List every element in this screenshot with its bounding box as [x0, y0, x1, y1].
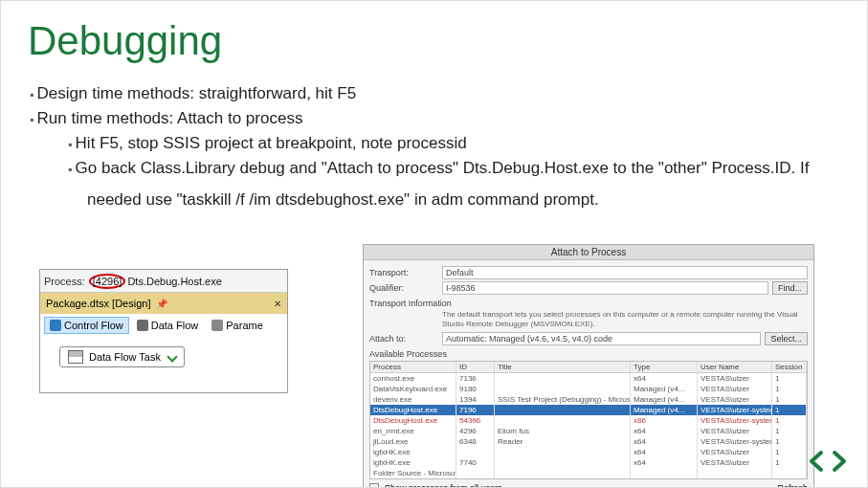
process-name: Dts.Debug.Host.exe	[127, 276, 221, 287]
parameters-tab[interactable]: Parame	[206, 317, 269, 334]
bullet-list: Design time methods: straightforward, hi…	[30, 83, 838, 211]
refresh-button[interactable]: Refresh	[777, 483, 808, 488]
table-row[interactable]: DataVisKeyboard.exe9180Managed (v4...VES…	[370, 384, 807, 394]
process-row: Process: [4296] Dts.Debug.Host.exe	[40, 270, 287, 293]
screenshot-left: Process: [4296] Dts.Debug.Host.exe Packa…	[39, 269, 288, 393]
bullet-sub-item: Hit F5, stop SSIS project at breakpoint,…	[68, 133, 838, 155]
transport-select[interactable]: Default	[442, 266, 808, 279]
available-processes-label: Available Processes	[369, 349, 808, 359]
tab-label: Package.dtsx [Design]	[46, 298, 150, 309]
transport-label: Transport:	[369, 268, 438, 277]
table-row[interactable]: Folder Source - Microsoft Visual Studio	[370, 468, 807, 478]
attach-to-value: Automatic: Managed (v4.6, v4.5, v4.0) co…	[442, 332, 761, 345]
data-flow-task[interactable]: Data Flow Task	[59, 346, 185, 367]
attach-to-label: Attach to:	[369, 334, 438, 344]
control-flow-tab[interactable]: Control Flow	[44, 317, 129, 334]
data-flow-icon	[137, 320, 148, 331]
table-header: Process ID Title Type User Name Session	[370, 362, 807, 373]
bullet-continuation: needed use "taskkill /f /im dtsdebughost…	[87, 189, 838, 211]
task-icon	[68, 350, 83, 364]
bullet-sub-item: Go back Class.Library debug and "Attach …	[68, 158, 838, 180]
attach-process-dialog: Attach to Process Transport: Default Qua…	[363, 244, 814, 488]
table-row[interactable]: DtsDebugHost.exe54396x86VESTAS\utzer-sys…	[370, 415, 807, 426]
tab-row: Package.dtsx [Design] 📌 ✕	[40, 293, 287, 314]
chevron-down-icon	[167, 351, 177, 362]
control-flow-icon	[50, 320, 61, 331]
nav-arrows-icon	[808, 447, 848, 476]
select-button[interactable]: Select...	[765, 332, 808, 345]
bullet-item: Run time methods: Attach to process	[30, 108, 838, 130]
process-table: Process ID Title Type User Name Session …	[369, 361, 808, 479]
pin-icon: 📌	[156, 299, 167, 309]
process-label: Process:	[44, 276, 85, 287]
table-row[interactable]: en_rrmt.exe4296Eliom fusx64VESTAS\utzer1	[370, 426, 807, 436]
table-row[interactable]: devenv.exe1394SSIS Test Project (Debuggi…	[370, 394, 807, 405]
pid-circle: [4296]	[89, 274, 126, 289]
table-row[interactable]: igfxHK.exe7740x64VESTAS\utzer1	[370, 457, 807, 468]
table-row[interactable]: DtsDebugHost.exe7196Managed (v4...VESTAS…	[370, 405, 807, 415]
show-all-checkbox[interactable]	[369, 483, 379, 488]
table-row[interactable]: igfxHK.exex64VESTAS\utzer1	[370, 447, 807, 457]
dialog-title: Attach to Process	[364, 245, 813, 260]
tool-row: Control Flow Data Flow Parame	[40, 314, 287, 337]
qualifier-input[interactable]: I-98536	[442, 281, 768, 295]
transport-info-text: The default transport lets you select pr…	[442, 310, 808, 328]
data-flow-tab[interactable]: Data Flow	[131, 317, 205, 334]
transport-info-label: Transport Information	[369, 299, 808, 308]
qualifier-label: Qualifier:	[369, 283, 438, 293]
find-button[interactable]: Find...	[772, 281, 808, 295]
page-title: Debugging	[28, 18, 867, 64]
table-row[interactable]: conhost.exe7136x64VESTAS\utzer1	[370, 373, 807, 384]
table-row[interactable]: jlLoud.exe6348Readerx64VESTAS\utzer-syst…	[370, 436, 807, 447]
parameters-icon	[211, 320, 223, 331]
close-icon: ✕	[274, 299, 281, 309]
show-all-label: Show processes from all users	[385, 483, 502, 488]
bullet-item: Design time methods: straightforward, hi…	[30, 83, 838, 105]
